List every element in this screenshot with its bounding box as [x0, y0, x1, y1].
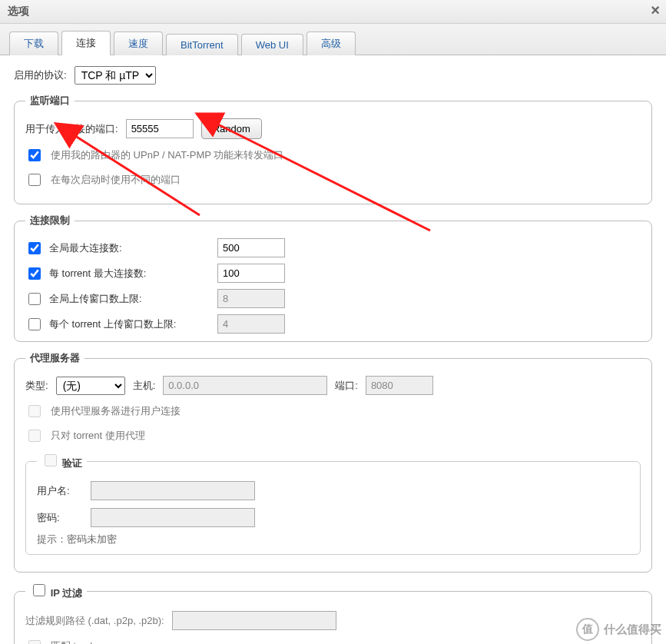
global-max-conn-label: 全局最大连接数:: [49, 241, 122, 255]
content-area: 启用的协议: TCP 和 µTP 监听端口 用于传入连接的端口: Random …: [0, 55, 666, 644]
ip-filter-legend: IP 过滤: [25, 582, 87, 600]
proxy-auth-hint: 提示：密码未加密: [37, 533, 629, 546]
filter-path-label: 过滤规则路径 (.dat, .p2p, .p2b):: [25, 614, 164, 628]
filter-tracker-label: 匹配 tracker: [51, 639, 104, 644]
watermark-text: 什么值得买: [604, 622, 661, 637]
ip-filter-group: IP 过滤 过滤规则路径 (.dat, .p2p, .p2b): 匹配 trac…: [14, 582, 652, 644]
global-max-conn-checkbox[interactable]: [28, 242, 41, 254]
connection-limits-legend: 连接限制: [25, 214, 75, 227]
protocol-label: 启用的协议:: [14, 68, 67, 82]
tab-advanced[interactable]: 高级: [306, 32, 356, 55]
watermark-icon: 值: [576, 618, 599, 641]
proxy-peer-label: 使用代理服务器进行用户连接: [51, 404, 181, 418]
incoming-port-input[interactable]: [126, 119, 194, 138]
proxy-group: 代理服务器 类型: (无) 主机: 端口: 使用代理服务器进行用户连接 只对 t…: [14, 351, 652, 573]
filter-tracker-checkbox: [28, 640, 41, 644]
tab-bittorrent[interactable]: BitTorrent: [166, 34, 238, 55]
torrent-max-conn-checkbox[interactable]: [28, 267, 41, 280]
proxy-auth-legend: 验证: [37, 452, 87, 470]
torrent-upload-slots-input: [217, 314, 285, 334]
tab-webui[interactable]: Web UI: [241, 34, 303, 55]
ip-filter-checkbox[interactable]: [33, 584, 45, 596]
random-on-start-label: 在每次启动时使用不同的端口: [51, 173, 181, 187]
global-upload-slots-input: [217, 289, 285, 308]
tab-speed[interactable]: 速度: [114, 32, 163, 55]
protocol-select[interactable]: TCP 和 µTP: [75, 66, 156, 85]
torrent-max-conn-input[interactable]: [217, 264, 285, 283]
global-max-conn-input[interactable]: [217, 238, 285, 257]
window-titlebar: 选项 ×: [0, 0, 666, 24]
tab-downloads[interactable]: 下载: [9, 32, 58, 55]
random-port-button[interactable]: Random: [201, 118, 262, 139]
proxy-peer-checkbox: [28, 405, 41, 417]
proxy-port-label: 端口:: [335, 379, 358, 393]
proxy-auth-legend-text: 验证: [62, 457, 82, 469]
proxy-only-torrent-checkbox: [28, 430, 41, 442]
incoming-port-label: 用于传入连接的端口:: [25, 122, 118, 136]
listen-port-group: 监听端口 用于传入连接的端口: Random 使用我的路由器的 UPnP / N…: [14, 94, 652, 204]
window-title: 选项: [8, 5, 29, 17]
torrent-max-conn-label: 每 torrent 最大连接数:: [49, 267, 146, 281]
proxy-auth-checkbox: [45, 454, 57, 466]
tabs-bar: 下载 连接 速度 BitTorrent Web UI 高级: [0, 24, 666, 55]
tab-connection[interactable]: 连接: [61, 31, 111, 55]
upnp-checkbox[interactable]: [28, 149, 41, 161]
proxy-type-select[interactable]: (无): [56, 377, 125, 395]
filter-path-input: [172, 611, 336, 630]
proxy-port-input: [366, 376, 433, 395]
proxy-legend: 代理服务器: [25, 351, 84, 365]
torrent-upload-slots-checkbox[interactable]: [28, 318, 41, 330]
proxy-auth-group: 验证 用户名: 密码: 提示：密码未加密: [25, 452, 641, 555]
close-icon[interactable]: ×: [651, 2, 660, 19]
proxy-auth-user-input: [91, 481, 255, 500]
random-on-start-checkbox[interactable]: [28, 174, 41, 186]
ip-filter-legend-text: IP 过滤: [51, 587, 83, 599]
watermark: 值 什么值得买: [576, 618, 661, 641]
proxy-only-torrent-label: 只对 torrent 使用代理: [51, 429, 145, 443]
torrent-upload-slots-label: 每个 torrent 上传窗口数上限:: [49, 317, 176, 331]
proxy-auth-user-label: 用户名:: [37, 484, 91, 498]
proxy-auth-pass-label: 密码:: [37, 511, 91, 525]
connection-limits-group: 连接限制 全局最大连接数: 每 torrent 最大连接数: 全局上传窗口数上限…: [14, 214, 652, 342]
global-upload-slots-checkbox[interactable]: [28, 293, 41, 305]
proxy-type-label: 类型:: [25, 379, 48, 393]
proxy-host-input: [163, 376, 327, 395]
global-upload-slots-label: 全局上传窗口数上限:: [49, 292, 142, 306]
proxy-auth-pass-input: [91, 508, 255, 527]
upnp-label: 使用我的路由器的 UPnP / NAT-PMP 功能来转发端口: [51, 148, 283, 162]
proxy-host-label: 主机:: [133, 379, 156, 393]
listen-port-legend: 监听端口: [25, 94, 75, 108]
